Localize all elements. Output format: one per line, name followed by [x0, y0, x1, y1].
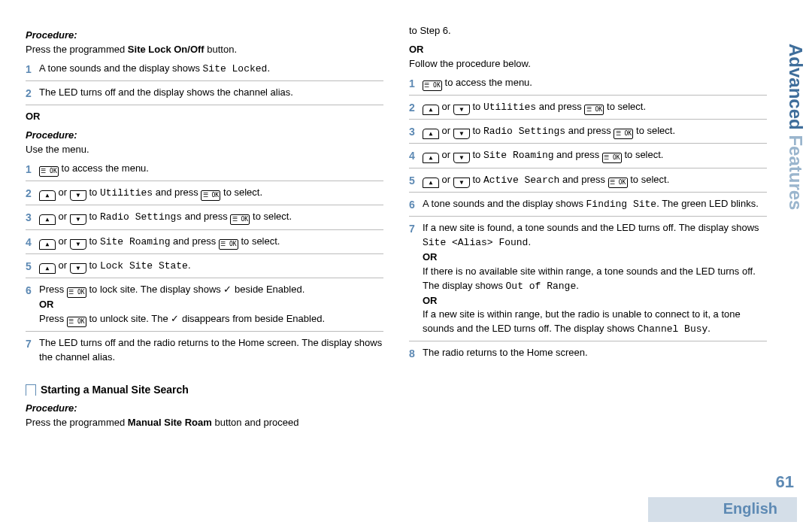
step-body: ▲ or ▼ to Utilities and press ☰ OK to se… — [39, 186, 383, 201]
or-separator: OR — [423, 251, 438, 262]
side-tab-word: Features — [786, 135, 806, 210]
step-body: The LED turns off and the radio returns … — [39, 336, 383, 365]
text: to — [470, 174, 483, 185]
menu-item: Utilities — [100, 187, 153, 199]
or-separator: OR — [423, 295, 438, 306]
step-row: 1 A tone sounds and the display shows Si… — [26, 57, 383, 81]
text: to select. — [604, 101, 646, 112]
ok-key-icon: ☰ OK — [67, 287, 86, 298]
check-icon: ✓ — [171, 313, 179, 324]
text: to — [86, 211, 100, 222]
step-row: 6 A tone sounds and the display shows Fi… — [409, 193, 767, 217]
step-number: 5 — [26, 259, 39, 274]
bookmark-icon — [26, 384, 36, 396]
text: Press — [39, 284, 67, 295]
step-body: A tone sounds and the display shows Find… — [423, 197, 767, 212]
content-columns: Procedure: Press the programmed Site Loc… — [0, 0, 812, 430]
menu-item: Site Roaming — [100, 236, 171, 247]
step-row: 3 ▲ or ▼ to Radio Settings and press ☰ O… — [409, 120, 767, 144]
text: . — [576, 280, 579, 291]
procedure-intro: Press the programmed Site Lock On/Off bu… — [26, 43, 383, 57]
step-row: 7 The LED turns off and the radio return… — [26, 332, 383, 369]
up-key-icon: ▲ — [423, 178, 439, 188]
up-key-icon: ▲ — [39, 214, 56, 225]
step-row: 2 ▲ or ▼ to Utilities and press ☰ OK to … — [409, 96, 767, 120]
display-text: Channel Busy — [638, 323, 708, 335]
ok-key-icon: ☰ OK — [423, 80, 442, 91]
step-number: 4 — [409, 148, 423, 163]
text: or — [56, 187, 70, 198]
procedure-intro: Press the programmed Manual Site Roam bu… — [26, 416, 383, 430]
text: and press — [171, 235, 219, 247]
ok-key-icon: ☰ OK — [201, 190, 220, 201]
down-key-icon: ▼ — [70, 214, 86, 225]
text: . — [188, 259, 191, 271]
up-key-icon: ▲ — [423, 129, 439, 139]
text: and press — [565, 125, 614, 136]
language-label: English — [648, 497, 797, 522]
text: or — [56, 211, 70, 222]
step-body: A tone sounds and the display shows Site… — [39, 62, 383, 77]
step-row: 6 Press ☰ OK to lock site. The display s… — [26, 278, 383, 332]
up-key-icon: ▲ — [423, 105, 439, 115]
text: . — [267, 62, 270, 74]
step-body: ▲ or ▼ to Site Roaming and press ☰ OK to… — [423, 148, 767, 163]
text: or — [439, 174, 453, 185]
text: If there is no available site within ran… — [423, 266, 756, 291]
step-number: 2 — [26, 86, 39, 101]
step-body: The LED turns off and the display shows … — [39, 86, 383, 100]
step-row: 2 ▲ or ▼ to Utilities and press ☰ OK to … — [26, 181, 383, 205]
text: to select. — [628, 174, 670, 185]
text: and press — [153, 187, 201, 198]
step-row: 1 ☰ OK to access the menu. — [409, 71, 767, 96]
left-column: Procedure: Press the programmed Site Loc… — [26, 24, 383, 430]
step-number: 2 — [409, 100, 423, 115]
menu-item: Utilities — [483, 102, 536, 113]
step-number: 7 — [409, 221, 423, 236]
text: to lock site. The display shows — [86, 284, 224, 295]
text: to — [86, 259, 100, 271]
procedure-label: Procedure: — [26, 402, 383, 416]
text: to select. — [633, 125, 675, 136]
down-key-icon: ▼ — [70, 190, 86, 201]
menu-item: Site Roaming — [483, 150, 554, 161]
check-icon: ✓ — [223, 284, 232, 295]
ok-key-icon: ☰ OK — [67, 317, 86, 327]
text: to select. — [220, 187, 262, 198]
step-row: 5 ▲ or ▼ to Lock Site State. — [26, 254, 383, 278]
step-body: ▲ or ▼ to Radio Settings and press ☰ OK … — [39, 210, 383, 225]
up-key-icon: ▲ — [39, 190, 56, 201]
menu-item: Radio Settings — [483, 126, 565, 137]
step-row: 5 ▲ or ▼ to Active Search and press ☰ OK… — [409, 168, 767, 193]
text: and press — [182, 211, 230, 222]
text: and press — [554, 149, 602, 160]
text: Press — [39, 313, 67, 324]
step-body: ☰ OK to access the menu. — [39, 162, 383, 177]
ok-key-icon: ☰ OK — [602, 153, 622, 163]
menu-item: Lock Site State — [100, 260, 188, 272]
or-separator: OR — [409, 43, 767, 57]
step-body: ▲ or ▼ to Lock Site State. — [39, 259, 383, 274]
ok-key-icon: ☰ OK — [219, 239, 238, 250]
text: to select. — [622, 149, 664, 160]
step-body: ▲ or ▼ to Active Search and press ☰ OK t… — [423, 173, 767, 188]
section-heading: Starting a Manual Site Search — [26, 382, 383, 397]
side-tab-word: Advanced — [786, 44, 806, 130]
text: disappears from beside Enabled. — [179, 313, 325, 324]
text: beside Enabled. — [232, 284, 304, 295]
ok-key-icon: ☰ OK — [614, 129, 633, 139]
text: Press the programmed — [26, 44, 128, 55]
display-text: Site Locked — [203, 63, 268, 74]
step-number: 8 — [409, 346, 423, 361]
up-key-icon: ▲ — [423, 153, 439, 163]
text: to — [470, 125, 483, 136]
ok-key-icon: ☰ OK — [584, 105, 604, 115]
text: and press — [559, 174, 607, 185]
text: to access the menu. — [59, 162, 149, 174]
down-key-icon: ▼ — [453, 105, 470, 115]
up-key-icon: ▲ — [39, 239, 56, 250]
page: Procedure: Press the programmed Site Loc… — [0, 0, 812, 525]
step-body: ▲ or ▼ to Utilities and press ☰ OK to se… — [423, 100, 767, 115]
text: . The green LED blinks. — [656, 198, 759, 209]
step-number: 4 — [26, 235, 39, 250]
